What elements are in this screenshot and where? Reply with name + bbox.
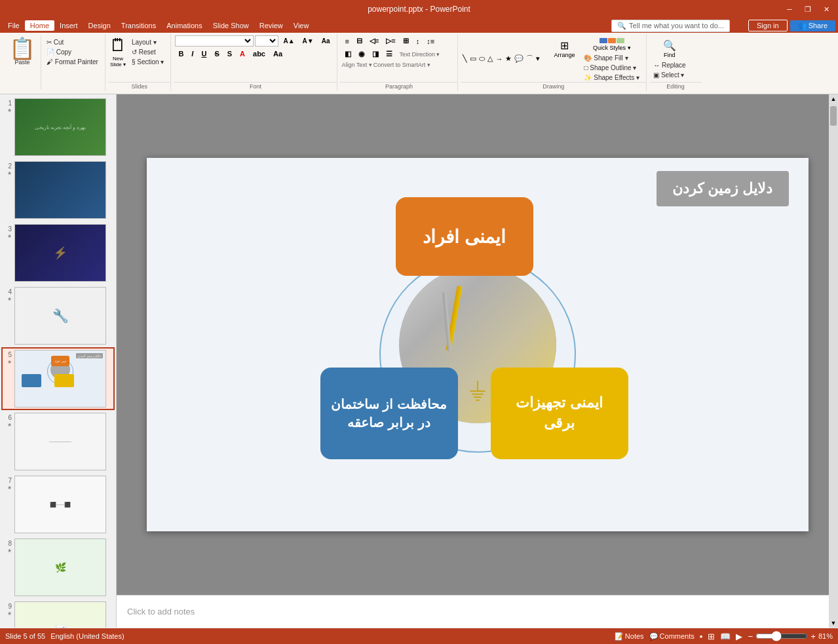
paste-button[interactable]: 📋 (9, 38, 35, 59)
reading-view-button[interactable]: 📖 (720, 632, 731, 641)
menu-review[interactable]: Review (254, 20, 288, 31)
oval-shape[interactable]: ⬭ (478, 35, 486, 82)
menu-insert[interactable]: Insert (54, 20, 83, 31)
signin-button[interactable]: Sign in (748, 20, 788, 31)
slide-thumb-2[interactable]: 2 ★ (3, 160, 113, 220)
font-family-select[interactable] (175, 35, 254, 47)
text-direction-button[interactable]: ↕ (413, 36, 423, 47)
grow-font-button[interactable]: A▲ (280, 36, 297, 46)
new-slide-button[interactable]: 🗒 New Slide ▾ (109, 35, 126, 82)
line-spacing-button[interactable]: ↕≡ (423, 36, 438, 47)
minimize-button[interactable]: ─ (780, 0, 799, 18)
select-button[interactable]: ▣ Select ▾ (651, 71, 688, 79)
replace-button[interactable]: ↔ Replace (651, 61, 688, 69)
rect-shape[interactable]: ▭ (469, 35, 477, 82)
slide-thumb-4[interactable]: 4 ★ 🔧 (3, 286, 113, 346)
slide-canvas[interactable]: دلایل زمین کردن ⏚ (147, 158, 809, 531)
quick-styles-button[interactable]: Quick Styles ▾ (581, 37, 642, 52)
star-shape[interactable]: ★ (505, 35, 512, 82)
cut-button[interactable]: ✂ Cut (44, 38, 101, 47)
slide-thumb-8[interactable]: 8 ★ 🌿 (3, 537, 113, 597)
text-shadow-button[interactable]: S (224, 48, 235, 59)
align-left-button[interactable]: ◧ (341, 48, 354, 60)
layout-button[interactable]: Layout ▾ (129, 38, 166, 47)
restore-button[interactable]: ❐ (799, 0, 817, 18)
slide-thumb-6[interactable]: 6 ★ ────── (3, 411, 113, 472)
normal-view-button[interactable]: ▪ (700, 632, 703, 641)
close-button[interactable]: ✕ (817, 0, 835, 18)
menu-slideshow[interactable]: Slide Show (208, 20, 254, 31)
slide-thumb-5[interactable]: 5 ★ دلایل زمین کردن ایمنی افراد (3, 349, 113, 409)
notes-area[interactable]: Click to add notes (117, 595, 838, 628)
font-size-select[interactable] (255, 35, 278, 47)
copy-button[interactable]: 📄 Copy (44, 48, 101, 56)
reset-button[interactable]: ↺ Reset (129, 48, 166, 56)
underline-button[interactable]: U (198, 48, 210, 59)
arrow-shape[interactable]: → (495, 35, 503, 82)
bullets-button[interactable]: ≡ (341, 36, 352, 47)
help-search[interactable]: 🔍 Tell me what you want to do... (611, 20, 730, 32)
scroll-up-button[interactable]: ▲ (829, 94, 838, 104)
text-direction-label[interactable]: Text Direction ▾ (399, 51, 440, 58)
slide-img-9: 📊 (14, 601, 106, 628)
slide-thumb-9[interactable]: 9 ★ 📊 (3, 600, 113, 628)
tri-shape[interactable]: △ (487, 35, 493, 82)
box-yellow[interactable]: ایمنی تجهیزات برقی (491, 368, 628, 459)
font-size-up-btn[interactable]: Aa (270, 48, 286, 59)
char-spacing-button[interactable]: abc (250, 48, 269, 59)
shrink-font-button[interactable]: A▼ (299, 36, 317, 46)
zoom-out-button[interactable]: − (748, 632, 753, 641)
paste-label[interactable]: Paste (14, 59, 29, 66)
format-painter-button[interactable]: 🖌 Format Painter (44, 58, 101, 66)
menu-file[interactable]: File (3, 20, 25, 31)
slides-group: 🗒 New Slide ▾ Layout ▾ ↺ Reset § Section… (108, 34, 171, 91)
justify-button[interactable]: ☰ (383, 48, 396, 60)
slide-sorter-button[interactable]: ⊞ (708, 632, 715, 641)
font-color-button[interactable]: A (237, 48, 248, 59)
slide-thumb-7[interactable]: 7 ★ ⬛──⬛ (3, 474, 113, 535)
callout-shape[interactable]: 💬 (514, 35, 524, 82)
italic-button[interactable]: I (188, 48, 197, 59)
menu-view[interactable]: View (288, 20, 314, 31)
curve-shape[interactable]: ⌒ (525, 35, 534, 82)
decrease-indent-button[interactable]: ◁≡ (366, 35, 382, 47)
notes-button[interactable]: 📝 Notes (615, 632, 644, 641)
shape-effects-button[interactable]: ✨ Shape Effects ▾ (581, 73, 642, 82)
shape-outline-button[interactable]: □ Shape Outline ▾ (581, 64, 642, 72)
slide-thumb-3[interactable]: 3 ★ ⚡ (3, 223, 113, 283)
scroll-down-button[interactable]: ▼ (829, 618, 838, 628)
section-button[interactable]: § Section ▾ (129, 58, 166, 66)
share-button[interactable]: 👥 Share (790, 20, 835, 31)
zoom-slider[interactable] (755, 631, 808, 641)
slide-title[interactable]: دلایل زمین کردن (657, 171, 788, 206)
menu-transitions[interactable]: Transitions (116, 20, 161, 31)
menu-home[interactable]: Home (25, 20, 54, 31)
columns-button[interactable]: ⊞ (400, 35, 412, 47)
zoom-in-button[interactable]: + (810, 632, 816, 641)
box-blue[interactable]: محافظت از ساختمان در برابر صاعقه (320, 368, 458, 459)
notes-placeholder[interactable]: Click to add notes (127, 607, 195, 616)
zoom-level[interactable]: 81% (818, 632, 833, 640)
slide-thumb-1[interactable]: 1 ★ بهره و آنچه تجربه تاریخی (3, 97, 113, 157)
increase-indent-button[interactable]: ▷≡ (383, 35, 398, 47)
slide-show-button[interactable]: ▶ (736, 632, 742, 641)
convert-smartart-label[interactable]: Convert to SmartArt ▾ (373, 62, 430, 68)
line-shape[interactable]: ╲ (462, 35, 468, 82)
numbering-button[interactable]: ⊟ (353, 35, 366, 47)
scroll-thumb[interactable] (830, 106, 837, 126)
arrange-button[interactable]: ⊞ Arrange (550, 37, 579, 61)
find-button[interactable]: 🔍 Find (651, 38, 688, 60)
bold-button[interactable]: B (175, 48, 187, 59)
box-orange[interactable]: ایمنی افراد (396, 197, 533, 276)
align-text-label[interactable]: Align Text ▾ (341, 62, 371, 68)
more-shapes[interactable]: ▾ (535, 35, 541, 82)
align-right-button[interactable]: ◨ (369, 48, 382, 60)
comments-button[interactable]: 💬 Comments (649, 632, 695, 641)
shape-fill-button[interactable]: 🎨 Shape Fill ▾ (581, 54, 642, 62)
strikethrough-button[interactable]: S (211, 48, 222, 59)
menu-design[interactable]: Design (83, 20, 116, 31)
menu-animations[interactable]: Animations (161, 20, 207, 31)
box-blue-text: محافظت از ساختمان در برابر صاعقه (331, 395, 447, 432)
center-button[interactable]: ◉ (355, 48, 368, 60)
clear-format-button[interactable]: Aa (318, 36, 333, 46)
